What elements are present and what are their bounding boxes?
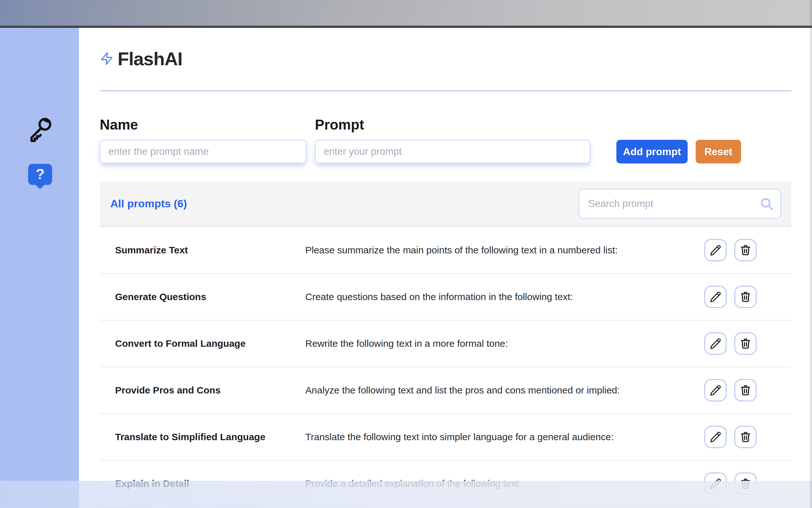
main-area: FlashAI Name Prompt Add prompt Reset All…: [79, 28, 812, 508]
all-prompts-title: All prompts (6): [110, 197, 187, 210]
help-icon[interactable]: ?: [28, 164, 52, 185]
delete-prompt-button[interactable]: [734, 379, 757, 401]
delete-prompt-button[interactable]: [734, 239, 757, 261]
edit-prompt-button[interactable]: [704, 426, 727, 448]
prompt-field: Prompt: [315, 117, 590, 164]
help-question-glyph: ?: [36, 167, 44, 181]
trash-icon: [739, 291, 752, 303]
delete-prompt-button[interactable]: [734, 286, 757, 308]
trash-icon: [739, 384, 752, 396]
pencil-icon: [709, 431, 721, 443]
window-title-bar-edge: [0, 26, 812, 28]
search-box: [579, 189, 781, 218]
delete-prompt-button[interactable]: [734, 426, 757, 448]
prompt-row: Generate Questions Create questions base…: [100, 274, 791, 321]
search-icon: [759, 197, 774, 211]
prompts-panel-header: All prompts (6): [100, 181, 791, 226]
delete-prompt-button[interactable]: [734, 332, 757, 355]
prompt-row-name: Summarize Text: [100, 245, 305, 256]
header-divider: [100, 90, 791, 91]
sidebar: ?: [0, 28, 79, 508]
prompt-input[interactable]: [315, 140, 590, 164]
window-right-edge: [810, 0, 812, 508]
window-title-bar: [0, 0, 812, 26]
bottom-glass-overlay: [0, 481, 812, 508]
prompt-row-actions: [704, 239, 757, 261]
pencil-icon: [709, 338, 721, 350]
reset-button[interactable]: Reset: [696, 140, 741, 164]
lightning-bolt-icon: [100, 46, 114, 71]
trash-icon: [739, 431, 752, 443]
prompt-row-name: Generate Questions: [100, 291, 305, 302]
prompt-row-actions: [704, 426, 757, 448]
prompt-row: Convert to Formal Language Rewrite the f…: [100, 321, 791, 367]
api-key-icon[interactable]: [26, 115, 54, 144]
prompt-row-name: Convert to Formal Language: [100, 338, 305, 349]
prompt-row-name: Translate to Simplified Language: [100, 431, 305, 442]
prompt-row-text: Analyze the following text and list the …: [305, 385, 704, 396]
pencil-icon: [709, 291, 721, 303]
edit-prompt-button[interactable]: [704, 379, 727, 401]
prompt-row-actions: [704, 379, 757, 401]
prompt-row: Provide Pros and Cons Analyze the follow…: [100, 367, 791, 414]
add-prompt-button[interactable]: Add prompt: [616, 140, 688, 164]
prompt-row-text: Translate the following text into simple…: [305, 431, 704, 442]
prompt-row-actions: [704, 286, 757, 308]
prompt-form: Name Prompt Add prompt Reset: [100, 117, 741, 164]
prompt-row: Translate to Simplified Language Transla…: [100, 414, 791, 461]
prompt-row-actions: [704, 332, 757, 355]
brand-logo: FlashAI: [100, 46, 183, 71]
prompt-list: Summarize Text Please summarize the main…: [100, 227, 791, 507]
brand-name: FlashAI: [117, 48, 183, 70]
name-input[interactable]: [100, 140, 306, 164]
prompt-row-name: Provide Pros and Cons: [100, 385, 305, 396]
trash-icon: [739, 338, 752, 350]
search-input[interactable]: [579, 189, 781, 218]
prompt-row-text: Create questions based on the informatio…: [305, 291, 704, 302]
edit-prompt-button[interactable]: [704, 239, 727, 261]
pencil-icon: [709, 384, 721, 396]
trash-icon: [739, 244, 752, 256]
name-field: Name: [100, 117, 306, 164]
edit-prompt-button[interactable]: [704, 332, 727, 355]
prompt-row: Summarize Text Please summarize the main…: [100, 227, 791, 274]
edit-prompt-button[interactable]: [704, 286, 727, 308]
pencil-icon: [709, 244, 721, 256]
prompt-row-text: Please summarize the main points of the …: [305, 245, 704, 256]
prompt-label: Prompt: [315, 117, 590, 133]
name-label: Name: [100, 117, 306, 133]
prompt-row-text: Rewrite the following text in a more for…: [305, 338, 704, 349]
